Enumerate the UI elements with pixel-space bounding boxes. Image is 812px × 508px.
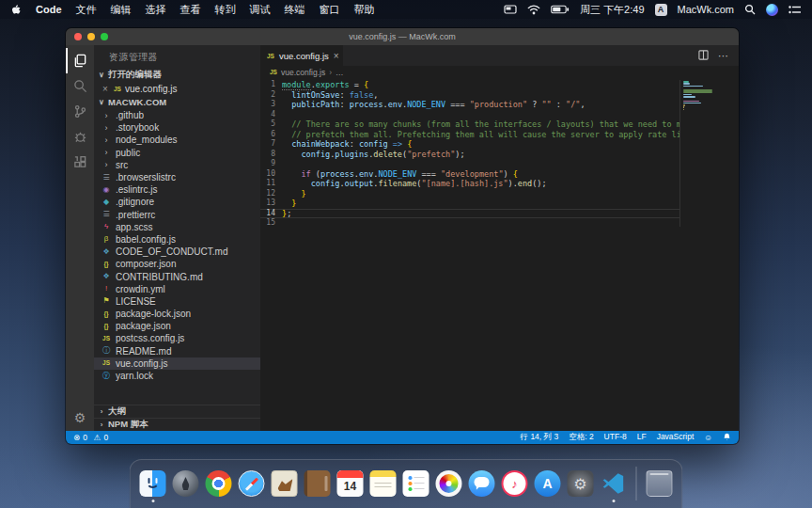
code-line-13[interactable]: 13 } (260, 198, 679, 209)
tree-item-src[interactable]: ›src (94, 159, 260, 171)
status-item[interactable]: JavaScript (657, 432, 695, 443)
code-line-6[interactable]: 6 // prefetch them all. Prefetching them… (260, 130, 679, 140)
code-line-15[interactable]: 15 (260, 218, 679, 229)
dock-itunes-icon[interactable]: ♪ (502, 470, 528, 497)
tree-item-app.scss[interactable]: ϟapp.scss (94, 221, 260, 233)
dock-chrome-icon[interactable] (206, 470, 232, 497)
tree-item-.prettierrc[interactable]: ☰.prettierrc (94, 209, 260, 221)
tree-item-yarn.lock[interactable]: ⓨyarn.lock (94, 370, 260, 382)
breadcrumb[interactable]: JS vue.config.js › … (260, 66, 739, 78)
dock-contacts-icon[interactable] (304, 470, 331, 497)
code-line-8[interactable]: 8 config.plugins.delete("prefetch"); (260, 150, 679, 160)
status-item[interactable]: 空格: 2 (569, 432, 593, 443)
menu-clock[interactable]: 周三 下午2:49 (580, 3, 644, 17)
dock-calendar-icon[interactable]: 14 (337, 470, 364, 497)
menu-item-编辑[interactable]: 编辑 (111, 3, 132, 17)
debug-icon[interactable] (66, 124, 94, 150)
code-line-12[interactable]: 12 } (260, 189, 679, 199)
status-item[interactable]: LF (637, 432, 647, 443)
tree-item-crowdin.yml[interactable]: !crowdin.yml (94, 283, 260, 295)
tree-item-README.md[interactable]: ⓘREADME.md (94, 345, 260, 357)
source-control-icon[interactable] (66, 99, 94, 124)
split-editor-icon[interactable] (698, 47, 709, 64)
settings-gear-icon[interactable]: ⚙ (66, 410, 94, 425)
open-editor-item[interactable]: × JS vue.config.js (94, 82, 260, 95)
minimap[interactable] (683, 81, 712, 113)
tree-item-vue.config.js[interactable]: JSvue.config.js (94, 357, 260, 370)
tree-item-.storybook[interactable]: ›.storybook (94, 121, 260, 134)
siri-icon[interactable] (766, 4, 778, 16)
tree-item-LICENSE[interactable]: ⚑LICENSE (94, 295, 260, 308)
code-line-14[interactable]: 14}; (260, 209, 679, 219)
notification-center-icon[interactable] (789, 5, 801, 15)
zoom-window-button[interactable] (101, 33, 108, 40)
code-line-10[interactable]: 10 if (process.env.NODE_ENV === "develop… (260, 169, 679, 180)
battery-icon[interactable] (551, 5, 570, 14)
tree-item-postcss.config.js[interactable]: JSpostcss.config.js (94, 332, 260, 344)
tree-item-CODE_OF_CONDUCT.md[interactable]: ❖CODE_OF_CONDUCT.md (94, 246, 260, 258)
tree-item-package.json[interactable]: {}package.json (94, 320, 260, 332)
status-item[interactable]: UTF-8 (604, 432, 627, 443)
code-editor[interactable]: 1module.exports = {2 lintOnSave: false,3… (260, 78, 739, 431)
close-window-button[interactable] (74, 33, 82, 40)
root-folder-section[interactable]: ∨ MACWK.COM (94, 95, 260, 109)
close-tab-icon[interactable]: × (334, 51, 339, 61)
code-line-4[interactable]: 4 (260, 110, 679, 120)
warnings-status[interactable]: ⚠0 (94, 433, 108, 442)
window-title-bar[interactable]: vue.config.js — MacWk.com (66, 28, 739, 45)
code-line-1[interactable]: 1module.exports = { (260, 80, 679, 90)
more-actions-icon[interactable]: ⋯ (718, 50, 729, 62)
menu-account[interactable]: MacWk.com (678, 4, 735, 15)
input-method-icon[interactable]: A (655, 4, 667, 16)
errors-status[interactable]: ⊗0 (73, 433, 87, 442)
open-editors-section[interactable]: ∨ 打开的编辑器 (94, 68, 260, 82)
code-line-3[interactable]: 3 publicPath: process.env.NODE_ENV === "… (260, 100, 679, 110)
dock-vscode-icon[interactable] (601, 470, 627, 497)
notifications-bell-icon[interactable] (723, 433, 731, 443)
menu-item-转到[interactable]: 转到 (215, 3, 236, 17)
menu-item-调试[interactable]: 调试 (250, 3, 271, 17)
tree-item-package-lock.json[interactable]: {}package-lock.json (94, 308, 260, 320)
spotlight-icon[interactable] (744, 4, 756, 15)
tree-item-.eslintrc.js[interactable]: ◉.eslintrc.js (94, 183, 260, 196)
outline-section[interactable]: › 大纲 (94, 405, 260, 418)
dock-appstore-icon[interactable]: A (535, 470, 561, 497)
menu-item-终端[interactable]: 终端 (285, 3, 305, 17)
code-line-2[interactable]: 2 lintOnSave: false, (260, 90, 679, 101)
code-line-11[interactable]: 11 config.output.filename("[name].[hash]… (260, 179, 679, 189)
status-item[interactable]: 行 14, 列 3 (521, 432, 559, 443)
dock-mail-icon[interactable] (272, 470, 298, 497)
tree-item-CONTRIBUTING.md[interactable]: ❖CONTRIBUTING.md (94, 270, 260, 282)
tree-item-.gitignore[interactable]: ◆.gitignore (94, 196, 260, 208)
extensions-icon[interactable] (66, 150, 94, 175)
dock-notes-icon[interactable] (370, 470, 397, 497)
dock-launchpad-icon[interactable] (173, 470, 199, 497)
apple-menu-icon[interactable] (11, 4, 22, 16)
menu-item-帮助[interactable]: 帮助 (354, 3, 375, 17)
tree-item-babel.config.js[interactable]: βbabel.config.js (94, 233, 260, 246)
search-icon[interactable] (66, 73, 94, 99)
explorer-icon[interactable] (66, 48, 94, 73)
tab-vue-config-js[interactable]: JS vue.config.js × (260, 45, 343, 66)
menu-item-选择[interactable]: 选择 (146, 3, 166, 17)
menu-item-文件[interactable]: 文件 (76, 3, 97, 17)
dock-reminders-icon[interactable] (403, 470, 429, 497)
dock-finder-icon[interactable] (140, 470, 166, 497)
tree-item-composer.json[interactable]: {}composer.json (94, 258, 260, 270)
dock-safari-icon[interactable] (239, 470, 265, 497)
wifi-icon[interactable] (527, 5, 540, 15)
tree-item-.browserslistrc[interactable]: ☰.browserslistrc (94, 171, 260, 183)
code-line-7[interactable]: 7 chainWebpack: config => { (260, 139, 679, 150)
minimize-window-button[interactable] (87, 33, 95, 40)
dock-messages-icon[interactable] (469, 470, 495, 497)
close-icon[interactable]: × (102, 84, 110, 94)
display-icon[interactable] (504, 5, 517, 15)
feedback-smiley-icon[interactable]: ☺ (704, 433, 712, 442)
code-line-5[interactable]: 5 // There are so many chunks (from all … (260, 119, 679, 130)
dock-sysprefs-icon[interactable]: ⚙ (568, 470, 594, 497)
npm-scripts-section[interactable]: › NPM 脚本 (94, 418, 260, 431)
menu-item-查看[interactable]: 查看 (180, 3, 201, 17)
dock-photos-icon[interactable] (436, 470, 462, 497)
tree-item-node_modules[interactable]: ›node_modules (94, 134, 260, 146)
tree-item-.github[interactable]: ›.github (94, 109, 260, 121)
